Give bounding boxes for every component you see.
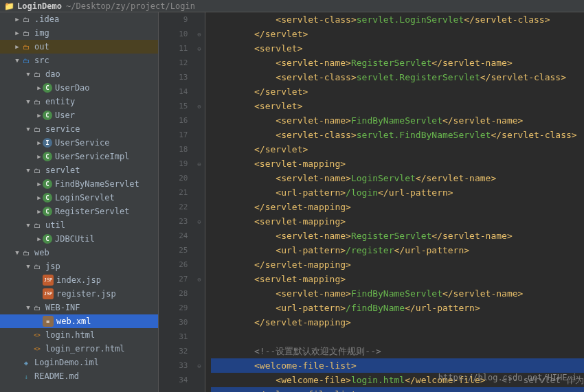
tree-item-util[interactable]: 🗀util (0, 218, 158, 232)
tree-item-register-jsp[interactable]: JSPregister.jsp (0, 287, 158, 301)
code-line[interactable]: <!--设置默认欢迎文件规则--> (211, 344, 584, 358)
expand-arrow-icon[interactable] (25, 222, 32, 229)
expand-arrow-icon[interactable] (36, 208, 43, 215)
fold-mark[interactable]: ⊖ (193, 157, 205, 171)
expand-arrow-icon[interactable] (25, 167, 32, 174)
fold-mark (193, 70, 205, 84)
expand-arrow-icon[interactable] (14, 249, 21, 256)
class-c-icon: C (43, 83, 52, 93)
line-number: 33 (159, 358, 188, 373)
code-line[interactable]: <servlet-name>FindByNameServlet</servlet… (211, 113, 584, 128)
code-line[interactable]: </servlet> (211, 84, 584, 99)
tree-item-jsp[interactable]: 🗀jsp (0, 260, 158, 273)
tree-item-index-jsp[interactable]: JSPindex.jsp (0, 273, 158, 287)
code-line[interactable]: </servlet> (211, 27, 584, 41)
fold-mark[interactable]: ⊖ (193, 99, 205, 113)
fold-mark[interactable]: ⊖ (193, 358, 205, 373)
tree-item-servlet[interactable]: 🗀servlet (0, 163, 158, 177)
tree-label: UserDao (55, 83, 90, 93)
project-tree[interactable]: 🗀.idea🗀img🗀out🗀src🗀daoCUserDao🗀entityCUs… (0, 12, 159, 392)
fold-mark (193, 56, 205, 70)
code-line[interactable]: <url-pattern>/login</url-pattern> (211, 185, 584, 200)
expand-arrow-icon[interactable] (25, 263, 32, 270)
tree-item-findbynameservlet[interactable]: CFindByNameServlet (0, 177, 158, 191)
code-line[interactable]: <servlet-name>RegisterServlet</servlet-n… (211, 229, 584, 243)
expand-arrow-icon[interactable] (25, 71, 32, 78)
expand-arrow-icon[interactable] (36, 235, 43, 242)
expand-arrow-icon[interactable] (14, 16, 21, 23)
fold-mark[interactable]: ◌ (193, 387, 205, 392)
fold-mark (193, 315, 205, 330)
fold-mark[interactable]: ⊖ (193, 27, 205, 41)
code-line[interactable]: <servlet-mapping> (211, 214, 584, 229)
code-line[interactable]: </servlet-mapping> (211, 257, 584, 272)
code-line[interactable]: <servlet-name>FindByNameServlet</servlet… (211, 286, 584, 301)
code-line[interactable]: <servlet> (211, 41, 584, 56)
code-line[interactable]: <servlet-mapping> (211, 272, 584, 286)
code-line[interactable]: <welcome-file-list> (211, 358, 584, 373)
tree-item-jdbcutil[interactable]: CJDBCUtil (0, 232, 158, 246)
code-line[interactable]: <url-pattern>/register</url-pattern> (211, 243, 584, 257)
tree-item-loginservlet[interactable]: CLoginServlet (0, 191, 158, 205)
tree-item-src[interactable]: 🗀src (0, 54, 158, 67)
code-area[interactable]: <servlet-class>servlet.LoginServlet</ser… (205, 12, 584, 392)
tree-item-web-xml[interactable]: ≡web.xml (0, 314, 158, 328)
tree-label: login_error.html (45, 344, 125, 354)
html-icon: <> (32, 343, 43, 354)
tree-item-userdao[interactable]: CUserDao (0, 81, 158, 95)
line-number: 24 (159, 229, 188, 243)
fold-gutter[interactable]: ⊖⊖⊖⊖⊖⊖⊖◌ (193, 12, 205, 392)
expand-arrow-icon[interactable] (36, 112, 43, 119)
tree-item-registerservlet[interactable]: CRegisterServlet (0, 205, 158, 218)
fold-mark[interactable]: ⊖ (193, 41, 205, 56)
code-line[interactable]: <servlet-class>servlet.RegisterServlet</… (211, 70, 584, 84)
tree-label: servlet (45, 165, 80, 175)
code-line[interactable]: </servlet-mapping> (211, 315, 584, 330)
tree-item-service[interactable]: 🗀service (0, 122, 158, 136)
expand-arrow-icon[interactable] (14, 30, 21, 36)
tree-item-img[interactable]: 🗀img (0, 26, 158, 40)
expand-arrow-icon[interactable] (14, 57, 21, 64)
line-number: 26 (159, 257, 188, 272)
code-line[interactable]: <servlet-name>LoginServlet</servlet-name… (211, 171, 584, 185)
expand-arrow-icon[interactable] (36, 84, 43, 91)
expand-arrow-icon[interactable] (36, 139, 43, 146)
code-line[interactable]: <servlet-class>servlet.FindByNameServlet… (211, 128, 584, 142)
tree-item-userservice[interactable]: IUserService (0, 136, 158, 150)
expand-arrow-icon[interactable] (25, 126, 32, 132)
fold-mark[interactable]: ⊖ (193, 272, 205, 286)
tree-item-login-html[interactable]: <>login.html (0, 328, 158, 342)
tree-item-userserviceimpl[interactable]: CUserServiceImpl (0, 150, 158, 163)
code-line[interactable]: <servlet> (211, 99, 584, 113)
tree-item-dao[interactable]: 🗀dao (0, 67, 158, 81)
fold-mark (193, 330, 205, 344)
fold-mark (193, 142, 205, 157)
fold-mark[interactable]: ⊖ (193, 214, 205, 229)
tree-item-login_error-html[interactable]: <>login_error.html (0, 342, 158, 356)
tree-item-out[interactable]: 🗀out (0, 40, 158, 54)
tree-item-logindemo-iml[interactable]: ◈LoginDemo.iml (0, 356, 158, 369)
code-line[interactable]: </welcome-file-list> (211, 387, 584, 392)
expand-arrow-icon[interactable] (36, 194, 43, 201)
code-line[interactable]: <servlet-name>RegisterServlet</servlet-n… (211, 56, 584, 70)
tree-item--idea[interactable]: 🗀.idea (0, 12, 158, 26)
tree-item-web[interactable]: 🗀web (0, 246, 158, 260)
iml-icon: ◈ (21, 357, 32, 368)
line-number: 10 (159, 27, 188, 41)
tree-item-readme-md[interactable]: ↓README.md (0, 369, 158, 383)
code-line[interactable]: <servlet-mapping> (211, 157, 584, 171)
code-line[interactable]: <servlet-class>servlet.LoginServlet</ser… (211, 12, 584, 27)
expand-arrow-icon[interactable] (25, 98, 32, 105)
tree-item-web-inf[interactable]: 🗀WEB-INF (0, 301, 158, 314)
expand-arrow-icon[interactable] (14, 43, 21, 50)
editor[interactable]: 9101112131415161718192021222324252627282… (159, 12, 584, 392)
tree-item-entity[interactable]: 🗀entity (0, 95, 158, 108)
code-line[interactable]: </servlet> (211, 142, 584, 157)
expand-arrow-icon[interactable] (36, 181, 43, 187)
code-line[interactable]: <url-pattern>/findByName</url-pattern> (211, 301, 584, 315)
expand-arrow-icon[interactable] (25, 304, 32, 311)
code-line[interactable]: </servlet-mapping> (211, 200, 584, 214)
code-line[interactable] (211, 330, 584, 344)
tree-item-user[interactable]: CUser (0, 108, 158, 122)
expand-arrow-icon[interactable] (36, 153, 43, 160)
